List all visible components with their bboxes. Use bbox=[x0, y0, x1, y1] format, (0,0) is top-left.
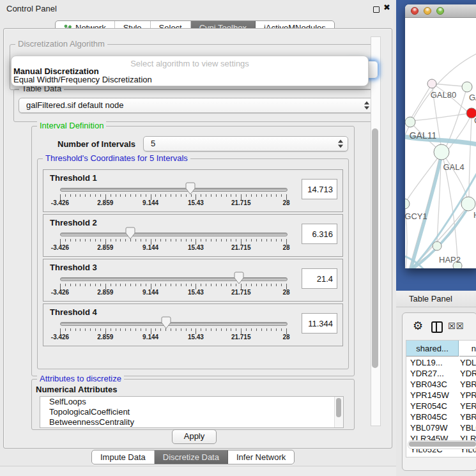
scrollbar-thumb[interactable] bbox=[372, 128, 378, 368]
tick-mark bbox=[130, 284, 131, 286]
tick-mark bbox=[256, 284, 257, 286]
tick-label: 2.859 bbox=[97, 289, 113, 296]
numerical-attributes-list[interactable]: SelfLoopsTopologicalCoefficientBetweenne… bbox=[40, 396, 344, 428]
split-view-icon[interactable] bbox=[431, 321, 443, 333]
tick-label: 9.144 bbox=[142, 334, 158, 341]
network-node[interactable] bbox=[434, 144, 449, 160]
numerical-attributes-label: Numerical Attributes bbox=[36, 385, 117, 394]
slider-track[interactable] bbox=[60, 277, 288, 281]
column-header-shared-name[interactable]: shared... bbox=[406, 341, 459, 357]
tab-discretize-data[interactable]: Discretize Data bbox=[155, 450, 228, 464]
table-panel-title: Table Panel bbox=[396, 291, 476, 307]
minimize-traffic-light-icon[interactable] bbox=[424, 7, 431, 15]
table-row[interactable]: YBR043CYBR0 bbox=[406, 379, 476, 390]
cell-shared-name: YPR145W bbox=[410, 390, 449, 401]
network-node[interactable] bbox=[427, 79, 436, 88]
tick-mark bbox=[95, 194, 96, 197]
table-row[interactable]: YBR045CYBR0 bbox=[406, 411, 476, 422]
column-header-name[interactable]: n bbox=[459, 341, 476, 357]
tick-mark bbox=[261, 284, 262, 286]
table-row[interactable]: YDR27...YDR2 bbox=[406, 368, 476, 379]
dropdown-option-equal-width-frequency-discretization[interactable]: Equal Width/Frequency Discretization bbox=[13, 75, 367, 84]
close-traffic-light-icon[interactable] bbox=[411, 7, 418, 15]
network-node[interactable] bbox=[433, 242, 441, 250]
combobox-value: galFiltered.sif default node bbox=[26, 100, 123, 110]
cell-shared-name: YDR27... bbox=[410, 368, 444, 379]
zoom-traffic-light-icon[interactable] bbox=[436, 7, 444, 15]
table-row[interactable]: YBL079WYBL0 bbox=[406, 422, 476, 433]
number-of-intervals-combobox[interactable]: 5 bbox=[143, 136, 348, 151]
node-label: H bbox=[473, 210, 476, 220]
slider-track[interactable] bbox=[60, 233, 288, 236]
scrollbar-thumb[interactable] bbox=[409, 441, 476, 447]
slider-track[interactable] bbox=[60, 188, 288, 192]
mac-titlebar[interactable] bbox=[405, 4, 476, 18]
network-node[interactable] bbox=[405, 117, 415, 127]
tick-mark bbox=[141, 328, 141, 331]
table-row[interactable]: YDL19...YDL1 bbox=[406, 357, 476, 368]
float-window-icon[interactable] bbox=[373, 6, 380, 13]
list-item-topologicalcoefficient[interactable]: TopologicalCoefficient bbox=[40, 407, 343, 417]
slider-thumb[interactable] bbox=[185, 182, 196, 195]
tick-mark bbox=[246, 239, 247, 242]
checkbox-icons[interactable]: ☒☒ bbox=[448, 321, 464, 331]
horizontal-scrollbar[interactable] bbox=[408, 440, 476, 449]
cell-name: YER0 bbox=[460, 401, 476, 411]
tick-label: -3.426 bbox=[51, 334, 69, 341]
network-node[interactable] bbox=[461, 197, 475, 211]
threshold-value-field[interactable]: 11.344 bbox=[302, 313, 337, 334]
tick-mark bbox=[231, 239, 231, 242]
tick-mark bbox=[181, 239, 181, 242]
list-item-selfloops[interactable]: SelfLoops bbox=[40, 397, 343, 407]
apply-button[interactable]: Apply bbox=[172, 429, 217, 444]
tick-mark bbox=[171, 284, 171, 286]
tick-mark bbox=[251, 328, 252, 331]
table-row[interactable]: YPR145WYPR1 bbox=[406, 390, 476, 401]
tick-mark bbox=[201, 239, 201, 242]
tick-mark bbox=[80, 284, 81, 286]
tab-infer-network[interactable]: Infer Network bbox=[228, 450, 294, 464]
tick-mark bbox=[271, 194, 272, 197]
tick-label: 15.43 bbox=[188, 244, 204, 251]
tab-impute-data[interactable]: Impute Data bbox=[92, 450, 155, 464]
network-canvas[interactable]: GAL80GACGAL11GAL4GCY1HHAP2 bbox=[405, 19, 476, 268]
network-node[interactable] bbox=[405, 199, 410, 209]
list-scrollbar[interactable] bbox=[334, 397, 343, 427]
table-row[interactable]: YER054CYER0 bbox=[406, 401, 476, 411]
table-data-combobox[interactable]: galFiltered.sif default node bbox=[19, 98, 374, 113]
panel-title: Control Panel bbox=[6, 4, 57, 13]
network-node[interactable] bbox=[462, 82, 472, 92]
threshold-value-field[interactable]: 6.316 bbox=[302, 224, 337, 244]
tick-mark bbox=[146, 239, 146, 242]
attributes-group: Attributes to discretize Numerical Attri… bbox=[31, 379, 355, 430]
tick-mark bbox=[191, 284, 192, 286]
tick-label: -3.426 bbox=[51, 199, 69, 206]
tick-mark bbox=[165, 239, 166, 242]
tick-mark bbox=[65, 239, 66, 242]
cyni-toolbox-content: Discretization Algorithm Table Data galF… bbox=[3, 28, 392, 449]
cell-shared-name: YBR045C bbox=[410, 411, 447, 422]
tick-mark bbox=[90, 239, 91, 242]
tick-mark bbox=[146, 284, 146, 286]
slider-thumb[interactable] bbox=[234, 272, 244, 284]
list-item-betweennesscentrality[interactable]: BetweennessCentrality bbox=[40, 417, 343, 427]
slider-thumb[interactable] bbox=[125, 227, 135, 240]
threshold-row: Threshold 3-3.4262.8599.14415.4321.71528… bbox=[43, 259, 343, 302]
slider-track[interactable] bbox=[60, 322, 288, 326]
tick-mark bbox=[90, 284, 91, 286]
node-attribute-table[interactable]: shared... n YDL19...YDL1YDR27...YDR2YBR0… bbox=[406, 340, 476, 457]
tick-mark bbox=[281, 239, 282, 242]
tick-label: 28 bbox=[282, 289, 289, 296]
tick-mark bbox=[100, 284, 101, 286]
close-icon[interactable]: ✖ bbox=[383, 3, 390, 12]
gear-icon[interactable]: ⚙ bbox=[413, 320, 423, 332]
tick-mark bbox=[221, 239, 222, 242]
threshold-value-field[interactable]: 14.713 bbox=[302, 179, 337, 199]
scrollbar-thumb[interactable] bbox=[336, 398, 341, 417]
panel-scrollbar[interactable] bbox=[371, 36, 381, 426]
slider-thumb[interactable] bbox=[161, 316, 171, 329]
combobox-value: 5 bbox=[151, 139, 155, 148]
tick-mark bbox=[120, 328, 121, 331]
threshold-value-field[interactable]: 21.4 bbox=[302, 268, 337, 289]
tick-mark bbox=[111, 284, 111, 286]
